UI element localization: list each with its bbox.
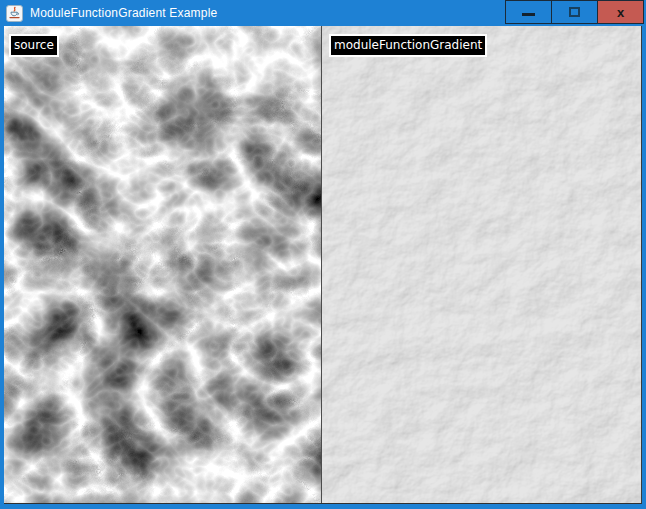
maximize-icon	[569, 7, 580, 17]
source-panel: source	[4, 26, 321, 503]
source-noise-image	[4, 26, 321, 503]
content-area: source moduleFunctionGra	[4, 26, 642, 504]
maximize-button[interactable]	[551, 0, 598, 24]
titlebar[interactable]: ModuleFunctionGradient Example x	[0, 0, 646, 26]
app-window: ModuleFunctionGradient Example x	[0, 0, 646, 509]
gradient-label: moduleFunctionGradient	[329, 34, 487, 57]
minimize-button[interactable]	[505, 0, 552, 24]
minimize-icon	[522, 13, 535, 16]
window-title: ModuleFunctionGradient Example	[30, 6, 217, 20]
gradient-noise-image	[322, 26, 641, 503]
close-icon: x	[617, 6, 624, 19]
gradient-panel: moduleFunctionGradient	[321, 26, 641, 503]
window-controls: x	[506, 0, 644, 24]
java-icon	[6, 5, 23, 22]
source-label: source	[9, 34, 59, 57]
close-button[interactable]: x	[597, 0, 644, 24]
